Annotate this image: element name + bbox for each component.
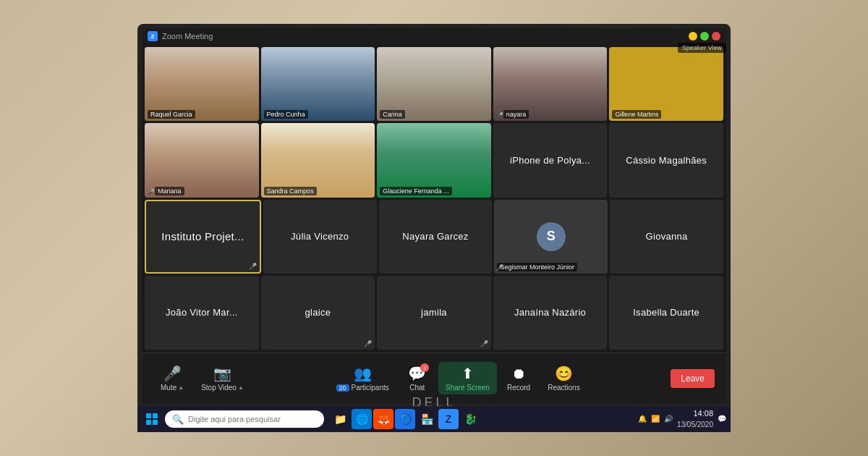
video-icon: 📷 [213, 365, 231, 382]
muted-icon-segismar: 🎤 [495, 264, 503, 271]
chat-button-wrap: 💬 3 Chat [399, 362, 435, 394]
participant-name-carina: Carina [380, 110, 405, 119]
record-button[interactable]: ⏺ Record [500, 363, 537, 394]
grid-row-3: Instituto Projet... 🎤 Júlia Vicenzo Naya… [145, 200, 723, 274]
maximize-btn[interactable] [700, 32, 709, 41]
video-caret: ▲ [238, 384, 244, 391]
video-cell-joao: João Vitor Mar... [145, 276, 259, 350]
video-cell-glauciene: Glauciene Fernanda ... [377, 123, 491, 197]
participant-name-segismar: Segismar Monteiro Júnior [497, 263, 577, 271]
grid-row-2: 🎤 Mariana Sandra Campos Glauciene Fernan… [145, 123, 723, 197]
participant-name-julia: Júlia Vicenzo [288, 228, 352, 245]
participant-name-iphone: iPhone de Polya... [507, 152, 593, 169]
participants-count: 20 [336, 384, 349, 392]
record-icon: ⏺ [511, 366, 526, 382]
participant-name-instituto: Instituto Projet... [158, 227, 247, 245]
monitor-screen: Z Zoom Meeting Speaker View [137, 24, 731, 408]
participant-name-nayara2: Nayara Garcez [399, 228, 471, 245]
video-cell-iphone: iPhone de Polya... [493, 123, 608, 197]
muted-icon-instituto: 🎤 [249, 263, 257, 270]
reactions-button[interactable]: 😊 Reactions [540, 362, 587, 394]
speaker-view-button[interactable]: Speaker View [678, 44, 726, 53]
stop-video-button[interactable]: 📷 Stop Video ▲ [194, 362, 251, 394]
close-btn[interactable] [712, 32, 720, 41]
video-cell-jamila: jamila 🎤 [377, 276, 491, 350]
zoom-logo-icon: Z [148, 31, 158, 41]
video-cell-mariana: 🎤 Mariana [145, 123, 259, 197]
window-title: Zoom Meeting [162, 32, 213, 41]
participant-name-glaice: glaice [302, 304, 334, 321]
video-cell-sandra: Sandra Campos [261, 123, 375, 197]
participant-name-glauciene: Glauciene Fernanda ... [380, 187, 452, 195]
participant-name-gillene: Gillene Martins [612, 110, 661, 119]
video-cell-segismar: S Segismar Monteiro Júnior 🎤 [494, 200, 608, 274]
video-cell-pedro: Pedro Cunha [261, 47, 375, 121]
participants-label: Participants [352, 384, 389, 392]
video-cell-gillene: Gillene Martins [609, 47, 723, 121]
muted-icon-nayara: 🎤 [496, 112, 503, 119]
participants-button-wrap: 👥 20 Participants [329, 362, 396, 394]
participant-name-janaina: Janaína Nazário [511, 304, 589, 321]
titlebar-controls [689, 32, 720, 41]
grid-row-1: Raquel Garcia Pedro Cunha Carina 🎤 nayar… [145, 47, 723, 121]
video-cell-raquel: Raquel Garcia [145, 47, 259, 121]
share-screen-label: Share Screen [446, 384, 490, 392]
mute-label: Mute [161, 384, 176, 392]
avatar-segismar: S [537, 222, 566, 251]
participant-name-raquel: Raquel Garcia [148, 110, 195, 119]
video-cell-cassio: Cássio Magalhães [609, 123, 723, 197]
participant-name-nayara: nayara [503, 110, 529, 119]
participant-name-isabella: Isabella Duarte [630, 304, 702, 321]
grid-row-4: João Vitor Mar... glaice 🎤 jamila 🎤 Jana… [145, 276, 723, 350]
video-cell-isabella: Isabella Duarte [609, 276, 723, 350]
participants-button[interactable]: 👥 20 Participants [329, 362, 396, 394]
participants-icon: 👥 [354, 365, 372, 382]
windows-taskbar: 🔍 Digite aqui para pesquisar 📁 🌐 🦊 🔵 🏪 Z… [137, 406, 731, 408]
record-label: Record [507, 384, 530, 392]
video-cell-janaina: Janaína Nazário [493, 276, 608, 350]
stop-video-label: Stop Video [201, 384, 237, 392]
chat-label: Chat [409, 384, 425, 392]
muted-icon-jamila: 🎤 [480, 340, 488, 347]
participant-name-pedro: Pedro Cunha [264, 110, 308, 119]
participant-name-giovanna: Giovanna [643, 228, 691, 245]
chat-button[interactable]: 💬 3 Chat [399, 362, 435, 394]
video-cell-nayara2: Nayara Garcez [379, 200, 493, 274]
microphone-icon: 🎤 [163, 365, 182, 382]
reactions-icon: 😊 [555, 365, 573, 382]
room-background: Z Zoom Meeting Speaker View [0, 0, 868, 456]
muted-icon-glaice: 🎤 [364, 340, 372, 347]
muted-icon-mariana: 🎤 [148, 189, 155, 195]
video-cell-glaice: glaice 🎤 [261, 276, 375, 350]
monitor: Z Zoom Meeting Speaker View [137, 24, 731, 432]
participant-name-jamila: jamila [418, 304, 450, 321]
participant-name-sandra: Sandra Campos [264, 187, 317, 195]
reactions-label: Reactions [548, 384, 579, 392]
mute-caret: ▲ [178, 384, 184, 391]
video-grid: Speaker View Raquel Garcia Pedro Cunha [142, 44, 726, 352]
participant-name-cassio: Cássio Magalhães [623, 152, 710, 169]
minimize-btn[interactable] [689, 32, 697, 41]
share-screen-button[interactable]: ⬆ Share Screen [438, 362, 497, 394]
video-cell-giovanna: Giovanna [610, 200, 723, 274]
participant-name-joao: João Vitor Mar... [163, 304, 241, 321]
zoom-titlebar: Z Zoom Meeting [142, 28, 726, 44]
share-screen-icon: ⬆ [461, 365, 474, 382]
chat-badge: 3 [420, 363, 429, 372]
participant-name-mariana: Mariana [155, 187, 184, 195]
video-cell-carina: Carina [377, 47, 491, 121]
video-cell-julia: Júlia Vicenzo [263, 200, 377, 274]
video-cell-instituto: Instituto Projet... 🎤 [145, 200, 261, 274]
video-cell-nayara: 🎤 nayara [493, 47, 608, 121]
leave-button[interactable]: Leave [671, 369, 715, 388]
mute-button[interactable]: 🎤 Mute ▲ [153, 362, 191, 394]
chat-icon: 💬 3 [408, 365, 426, 382]
